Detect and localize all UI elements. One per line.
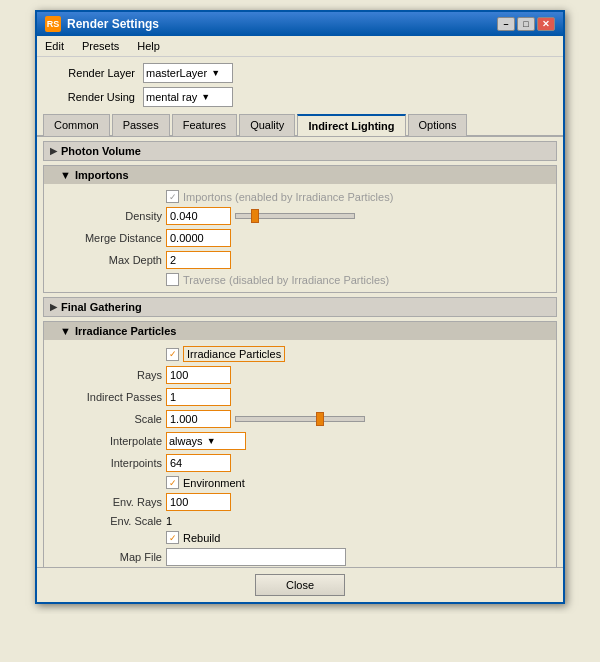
- window-close-button[interactable]: ✕: [537, 17, 555, 31]
- section-importons: ▼ Importons ✓ Importons (enabled by Irra…: [43, 165, 557, 293]
- env-scale-label: Env. Scale: [52, 515, 162, 527]
- density-slider-container: [235, 213, 355, 219]
- maximize-button[interactable]: □: [517, 17, 535, 31]
- env-rays-row: Env. Rays: [44, 491, 556, 513]
- window-title: Render Settings: [67, 17, 159, 31]
- environment-checkbox-row: ✓ Environment: [44, 474, 556, 491]
- merge-distance-label: Merge Distance: [52, 232, 162, 244]
- interpolate-label: Interpolate: [52, 435, 162, 447]
- final-gathering-title: Final Gathering: [61, 301, 142, 313]
- render-using-select[interactable]: mental ray ▼: [143, 87, 233, 107]
- env-scale-row: Env. Scale 1: [44, 513, 556, 529]
- traverse-checkbox-row: Traverse (disabled by Irradiance Particl…: [44, 271, 556, 288]
- rebuild-label: Rebuild: [183, 532, 220, 544]
- tab-passes[interactable]: Passes: [112, 114, 170, 136]
- scale-slider[interactable]: [235, 416, 365, 422]
- max-depth-row: Max Depth: [44, 249, 556, 271]
- ip-checkbox-label: Irradiance Particles: [183, 346, 285, 362]
- scale-label: Scale: [52, 413, 162, 425]
- density-slider[interactable]: [235, 213, 355, 219]
- title-bar: RS Render Settings – □ ✕: [37, 12, 563, 36]
- title-bar-left: RS Render Settings: [45, 16, 159, 32]
- env-scale-value: 1: [166, 515, 172, 527]
- importons-body: ✓ Importons (enabled by Irradiance Parti…: [44, 184, 556, 292]
- render-layer-select[interactable]: masterLayer ▼: [143, 63, 233, 83]
- environment-checkbox[interactable]: ✓: [166, 476, 179, 489]
- interpoints-input[interactable]: [166, 454, 231, 472]
- interpoints-label: Interpoints: [52, 457, 162, 469]
- tab-options[interactable]: Options: [408, 114, 468, 136]
- importons-arrow: ▼: [60, 169, 71, 181]
- environment-label: Environment: [183, 477, 245, 489]
- importons-disabled-label: Importons (enabled by Irradiance Particl…: [183, 191, 393, 203]
- rays-label: Rays: [52, 369, 162, 381]
- interpolate-row: Interpolate always ▼: [44, 430, 556, 452]
- section-photon-volume-header[interactable]: ▶ Photon Volume: [44, 142, 556, 160]
- density-slider-thumb[interactable]: [251, 209, 259, 223]
- interpolate-arrow: ▼: [207, 436, 216, 446]
- photon-volume-title: Photon Volume: [61, 145, 141, 157]
- rebuild-checkbox-row: ✓ Rebuild: [44, 529, 556, 546]
- tab-features[interactable]: Features: [172, 114, 237, 136]
- map-file-input[interactable]: [166, 548, 346, 566]
- density-input[interactable]: [166, 207, 231, 225]
- max-depth-input[interactable]: [166, 251, 231, 269]
- final-gathering-header[interactable]: ▶ Final Gathering: [44, 298, 556, 316]
- render-using-arrow: ▼: [201, 92, 210, 102]
- final-gathering-arrow: ▶: [50, 302, 57, 312]
- interpolate-value: always: [169, 435, 203, 447]
- close-button[interactable]: Close: [255, 574, 345, 596]
- minimize-button[interactable]: –: [497, 17, 515, 31]
- render-layer-label: Render Layer: [45, 67, 135, 79]
- merge-distance-row: Merge Distance: [44, 227, 556, 249]
- ip-checkbox[interactable]: ✓: [166, 348, 179, 361]
- importons-checkbox[interactable]: ✓: [166, 190, 179, 203]
- tab-indirect-lighting[interactable]: Indirect Lighting: [297, 114, 405, 136]
- rebuild-checkbox[interactable]: ✓: [166, 531, 179, 544]
- interpolate-select[interactable]: always ▼: [166, 432, 246, 450]
- ip-checkbox-row: ✓ Irradiance Particles: [44, 344, 556, 364]
- menu-presets[interactable]: Presets: [78, 38, 123, 54]
- rays-row: Rays: [44, 364, 556, 386]
- indirect-passes-input[interactable]: [166, 388, 231, 406]
- tabs-bar: Common Passes Features Quality Indirect …: [37, 113, 563, 137]
- menubar: Edit Presets Help: [37, 36, 563, 57]
- scale-input[interactable]: [166, 410, 231, 428]
- interpoints-row: Interpoints: [44, 452, 556, 474]
- density-label: Density: [52, 210, 162, 222]
- render-using-row: Render Using mental ray ▼: [45, 87, 555, 107]
- title-bar-buttons: – □ ✕: [497, 17, 555, 31]
- importons-checkbox-row: ✓ Importons (enabled by Irradiance Parti…: [44, 188, 556, 205]
- render-layer-arrow: ▼: [211, 68, 220, 78]
- footer: Close: [37, 567, 563, 602]
- indirect-passes-row: Indirect Passes: [44, 386, 556, 408]
- traverse-disabled-label: Traverse (disabled by Irradiance Particl…: [183, 274, 389, 286]
- tab-common[interactable]: Common: [43, 114, 110, 136]
- scale-row: Scale: [44, 408, 556, 430]
- irradiance-particles-title: Irradiance Particles: [75, 325, 177, 337]
- max-depth-label: Max Depth: [52, 254, 162, 266]
- section-irradiance-particles: ▼ Irradiance Particles ✓ Irradiance Part…: [43, 321, 557, 567]
- render-settings-window: RS Render Settings – □ ✕ Edit Presets He…: [35, 10, 565, 604]
- map-file-row: Map File: [44, 546, 556, 567]
- menu-help[interactable]: Help: [133, 38, 164, 54]
- section-final-gathering: ▶ Final Gathering: [43, 297, 557, 317]
- tab-quality[interactable]: Quality: [239, 114, 295, 136]
- section-photon-volume: ▶ Photon Volume: [43, 141, 557, 161]
- content-area: ▶ Photon Volume ▼ Importons ✓ Importons …: [37, 137, 563, 567]
- rays-input[interactable]: [166, 366, 231, 384]
- density-row: Density: [44, 205, 556, 227]
- env-rays-input[interactable]: [166, 493, 231, 511]
- irradiance-particles-header[interactable]: ▼ Irradiance Particles: [44, 322, 556, 340]
- traverse-checkbox[interactable]: [166, 273, 179, 286]
- importons-header[interactable]: ▼ Importons: [44, 166, 556, 184]
- render-using-label: Render Using: [45, 91, 135, 103]
- merge-distance-input[interactable]: [166, 229, 231, 247]
- scale-slider-container: [235, 416, 365, 422]
- menu-edit[interactable]: Edit: [41, 38, 68, 54]
- indirect-passes-label: Indirect Passes: [52, 391, 162, 403]
- photon-volume-arrow: ▶: [50, 146, 57, 156]
- scale-slider-thumb[interactable]: [316, 412, 324, 426]
- map-file-label: Map File: [52, 551, 162, 563]
- env-rays-label: Env. Rays: [52, 496, 162, 508]
